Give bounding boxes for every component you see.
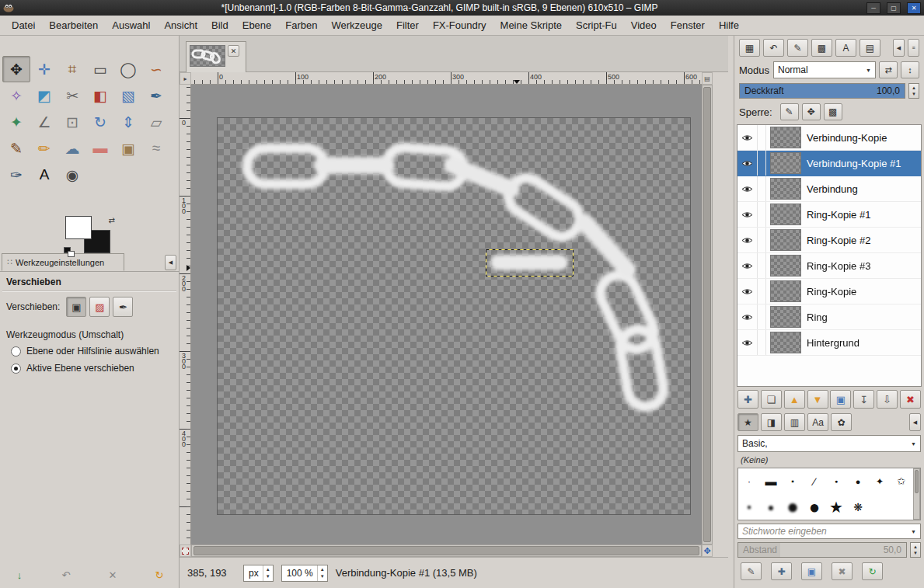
tool-zoom[interactable]: ◉ — [58, 162, 86, 188]
gradients-tab[interactable]: ▥ — [784, 413, 805, 431]
horizontal-scrollbar[interactable] — [191, 545, 702, 557]
delete-tool-options-button[interactable]: ✕ — [103, 565, 123, 584]
brush-circle-big[interactable]: ● — [804, 494, 825, 520]
vertical-ruler[interactable]: 0 1 0 0 2 0 0 3 0 0 4 0 0 — [180, 85, 191, 545]
duplicate-brush-button[interactable]: ▣ — [801, 562, 822, 580]
layer-row[interactable]: Ring-Kopie — [737, 279, 921, 304]
dock-tab-patterns[interactable]: ▩ — [811, 39, 832, 57]
mode-group-toggle-button[interactable]: ⇄ — [879, 61, 898, 78]
tool-rectangle-select[interactable]: ▭ — [86, 56, 114, 82]
layer-row[interactable]: Ring — [737, 304, 921, 330]
vertical-scrollbar[interactable] — [702, 85, 713, 545]
layer-row[interactable]: Verbindung-Kopie — [737, 125, 921, 151]
lock-alpha-button[interactable]: ▩ — [824, 103, 842, 120]
tool-ellipse-select[interactable]: ◯ — [114, 56, 142, 82]
tool-crop[interactable]: ⌗ — [58, 56, 86, 82]
lock-pixels-button[interactable]: ✎ — [780, 103, 799, 120]
layer-row[interactable]: Ring-Kopie #3 — [737, 253, 921, 279]
layer-row[interactable]: Verbindung-Kopie #1 — [737, 151, 921, 176]
menu-item[interactable]: Datei — [5, 17, 42, 33]
merge-down-button[interactable]: ⇩ — [877, 390, 898, 409]
maximize-button[interactable]: ▢ — [887, 2, 901, 14]
arrow-up-icon[interactable]: ▲ — [266, 567, 270, 572]
minimize-button[interactable]: ─ — [866, 2, 880, 14]
lock-position-button[interactable]: ✥ — [802, 103, 821, 120]
new-layer-button[interactable]: ✚ — [737, 390, 758, 409]
collapse-left-icon[interactable]: ◀ — [909, 413, 921, 431]
tool-scale[interactable]: ⇕ — [114, 109, 142, 135]
layer-link-cell[interactable] — [758, 228, 766, 252]
layer-link-cell[interactable] — [758, 279, 766, 304]
lower-layer-button[interactable]: ▼ — [807, 390, 828, 409]
collapse-left-icon[interactable]: ◀ — [893, 39, 905, 57]
refresh-brushes-button[interactable]: ↻ — [862, 562, 883, 580]
move-layer-button[interactable]: ▣ — [66, 297, 86, 317]
spacing-slider[interactable]: Abstand 50,0 — [737, 542, 907, 558]
fonts-tab[interactable]: Aa — [807, 413, 828, 431]
tool-ink[interactable]: ✑ — [2, 162, 30, 188]
layer-row[interactable]: Hintergrund — [737, 330, 921, 356]
canvas-viewport[interactable] — [191, 85, 702, 545]
tool-eraser[interactable]: ▬ — [86, 135, 114, 162]
mode-select[interactable]: Normal ▼ — [773, 61, 876, 78]
tab-close-button[interactable]: ✕ — [228, 45, 239, 57]
default-colors-icon[interactable] — [64, 247, 76, 258]
save-tool-options-button[interactable]: ↓ — [9, 565, 30, 584]
brush-pixel[interactable]: · — [738, 468, 760, 494]
menu-item[interactable]: Ansicht — [157, 17, 204, 33]
tool-gradient[interactable]: ▧ — [114, 82, 142, 109]
menu-item[interactable]: Bearbeiten — [42, 17, 105, 33]
canvas[interactable] — [218, 118, 690, 514]
delete-layer-button[interactable]: ✖ — [900, 390, 921, 409]
menu-item[interactable]: Bild — [204, 17, 235, 33]
brush-set-select[interactable]: Basic, ▼ — [737, 435, 921, 452]
layer-row[interactable]: Verbindung — [737, 176, 921, 202]
navigation-button[interactable]: ✥ — [702, 545, 713, 557]
menu-item[interactable]: Auswahl — [105, 17, 157, 33]
dock-tab-gradients[interactable]: ▤ — [859, 39, 880, 57]
new-brush-button[interactable]: ✚ — [771, 562, 792, 580]
brush-search-input[interactable]: Stichworte eingeben ▼ — [737, 524, 921, 539]
dock-tab-brushes[interactable]: ✎ — [787, 39, 808, 57]
duplicate-layer-button[interactable]: ▣ — [830, 390, 851, 409]
menu-item[interactable]: Filter — [389, 17, 426, 33]
brush-circle-medium[interactable]: ● — [847, 468, 869, 494]
brush-star-outline[interactable]: ✩ — [891, 468, 912, 494]
tool-unified-transform[interactable]: ⊡ — [58, 109, 86, 135]
tool-paths[interactable]: ✒ — [142, 82, 170, 109]
tool-text[interactable]: A — [30, 162, 58, 188]
dock-tab-undo-history[interactable]: ↶ — [763, 39, 784, 57]
layer-link-cell[interactable] — [758, 125, 766, 150]
collapse-left-icon[interactable]: ◀ — [165, 255, 176, 270]
brush-fuzzy-small[interactable]: ● — [738, 494, 760, 520]
layer-visibility-eye-icon[interactable] — [737, 202, 758, 227]
arrow-up-icon[interactable]: ▲ — [913, 545, 918, 549]
tool-smudge[interactable]: ≈ — [142, 135, 170, 162]
brushes-tab[interactable]: ★ — [737, 413, 758, 431]
dock-tab-fonts[interactable]: A — [835, 39, 856, 57]
tool-select-by-color[interactable]: ◩ — [30, 82, 58, 109]
tool-measure[interactable]: ∠ — [30, 109, 58, 135]
quickmask-toggle[interactable] — [180, 545, 191, 557]
layer-link-cell[interactable] — [758, 151, 766, 176]
opacity-spinner[interactable]: ▲ ▼ — [908, 83, 919, 99]
layer-visibility-eye-icon[interactable] — [737, 176, 758, 201]
arrow-up-icon[interactable]: ▲ — [320, 567, 325, 572]
horizontal-scrollbar-thumb[interactable] — [194, 546, 699, 555]
arrow-down-icon[interactable]: ▼ — [913, 551, 918, 555]
arrow-down-icon[interactable]: ▼ — [266, 574, 270, 579]
canvas-menu-button[interactable]: ▤ — [702, 72, 713, 85]
layer-link-cell[interactable] — [758, 304, 766, 329]
brush-slash[interactable]: ∕ — [804, 468, 825, 494]
delete-brush-button[interactable]: ✖ — [832, 562, 853, 580]
brush-star-solid[interactable]: ★ — [825, 494, 847, 520]
raise-layer-button[interactable]: ▲ — [784, 390, 805, 409]
tool-color-picker[interactable]: ✦ — [2, 109, 30, 135]
arrow-up-icon[interactable]: ▲ — [912, 85, 916, 90]
brush-texture[interactable]: ❋ — [847, 494, 869, 520]
tool-pencil[interactable]: ✏ — [30, 135, 58, 162]
horizontal-ruler[interactable]: 0 100 200 300 400 500 600 — [191, 72, 702, 85]
layer-visibility-eye-icon[interactable] — [737, 253, 758, 278]
radio-icon[interactable] — [11, 364, 21, 374]
menu-item[interactable]: Farben — [278, 17, 324, 33]
